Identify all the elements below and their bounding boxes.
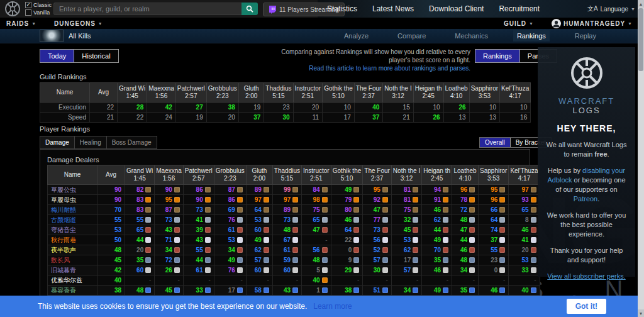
player-name-link[interactable]: 古颜烟逝: [51, 216, 76, 223]
today-button[interactable]: Today: [40, 50, 74, 62]
hunter-spec-icon: [469, 257, 475, 263]
player-parse-value: 35: [452, 286, 479, 296]
raids-menu[interactable]: RAIDS▼: [6, 20, 36, 27]
historical-button[interactable]: Historical: [74, 50, 118, 62]
player-name-link[interactable]: 梅川耐酷: [51, 206, 76, 213]
player-parse-value: 75: [391, 205, 421, 215]
tab-healing[interactable]: Healing: [74, 136, 106, 149]
vanilla-checkbox[interactable]: Vanilla: [25, 9, 52, 16]
guild-rankings-table: NameAvgGrand Wi1:45Maexxna1:56Patchwerl2…: [40, 82, 531, 123]
patreon-link[interactable]: Patreon: [574, 195, 598, 203]
search-input[interactable]: [53, 3, 242, 15]
player-parse-value: 73: [272, 215, 301, 225]
scroll-up-arrow[interactable]: ▲: [638, 0, 644, 8]
player-parse-value: 44: [452, 235, 479, 245]
player-parse-value: 86: [183, 185, 214, 195]
guild-avg-value: 22: [90, 103, 118, 113]
player-name-link[interactable]: 旧城暮青: [51, 267, 76, 274]
overall-button[interactable]: Overall: [480, 138, 511, 147]
column-header-boss: The Four2:37: [354, 83, 383, 103]
tab-boss-damage[interactable]: Boss Damage: [106, 136, 157, 149]
player-parse-value: 34: [214, 245, 246, 255]
player-name-link[interactable]: 秋行雨巷: [51, 236, 76, 243]
player-name-link[interactable]: 弯猪音尘: [51, 226, 76, 233]
warrior-spec-icon: [499, 187, 505, 192]
player-parse-value: 97: [509, 185, 540, 195]
player-avg-parse: 90: [97, 195, 125, 205]
column-header-boss: The Four2:37: [363, 165, 392, 185]
mage-spec-icon: [413, 287, 418, 293]
chevron-down-icon: ▼: [31, 21, 36, 26]
guild-rank-value: 10: [469, 103, 499, 113]
player-parse-value: 83: [125, 205, 155, 215]
subscriber-perks-link[interactable]: View all subscriber perks.: [547, 272, 626, 280]
tab-damage[interactable]: Damage: [40, 136, 74, 149]
classic-checkbox[interactable]: ✓ Classic: [25, 1, 52, 9]
page-scrollbar[interactable]: ▲ ▼: [638, 0, 644, 317]
player-parse-value: 55: [125, 215, 155, 225]
dungeons-menu[interactable]: DUNGEONS▼: [54, 20, 103, 27]
player-parse-value: 79: [331, 195, 363, 205]
player-parse-value: 47: [302, 225, 331, 235]
player-parse-value: 86: [214, 195, 246, 205]
player-parse-value: 0: [479, 265, 509, 275]
got-it-button[interactable]: Got it!: [567, 299, 606, 314]
mage-spec-icon: [322, 287, 328, 293]
player-parse-value: 62: [246, 245, 272, 255]
guild-rank-value: 21: [383, 113, 413, 123]
language-menu[interactable]: 文A Language ▼: [587, 0, 635, 18]
tab-compare[interactable]: Compare: [394, 30, 430, 42]
player-parse-value: 81: [391, 185, 421, 195]
scroll-down-arrow[interactable]: ▼: [638, 309, 644, 317]
guild-rank-value: 16: [500, 113, 531, 123]
tab-analyze[interactable]: Analyze: [340, 30, 372, 42]
learn-more-link[interactable]: Learn more: [313, 302, 352, 311]
player-parse-value: 40: [302, 275, 331, 286]
fury-warrior-spec-icon: [264, 197, 269, 203]
guild-rank-value: 40: [354, 103, 383, 113]
player-parse-value: 46: [509, 225, 540, 235]
player-parse-value: 56: [302, 245, 331, 255]
language-icon: 文A: [587, 4, 598, 13]
warcraftlogs-logo-icon[interactable]: [4, 1, 21, 19]
player-name-link[interactable]: 数长风: [51, 257, 70, 264]
mage-spec-icon: [145, 287, 151, 293]
tab-replay[interactable]: Replay: [571, 30, 600, 42]
search-button[interactable]: [242, 3, 258, 15]
nav-statistics[interactable]: Statistics: [327, 4, 357, 13]
guild-menu[interactable]: GUILD▼: [504, 20, 534, 27]
nav-download-client[interactable]: Download Client: [429, 4, 484, 13]
report-title: All Kills: [69, 32, 91, 40]
player-avg-parse: 70: [97, 205, 125, 215]
scrollbar-thumb[interactable]: [638, 8, 643, 71]
player-parse-value: 65: [509, 205, 540, 215]
druid-spec-icon: [292, 237, 298, 243]
column-header-boss: Loatheb4:10: [443, 83, 469, 103]
tab-mechanics[interactable]: Mechanics: [451, 30, 492, 42]
player-name-link[interactable]: 草履母虫: [51, 196, 76, 203]
player-parse-value: 60: [246, 225, 272, 235]
player-name-link[interactable]: 草履公虫: [51, 186, 76, 193]
player-parse-value: 23: [479, 255, 509, 265]
nav-latest-news[interactable]: Latest News: [372, 4, 414, 13]
tab-rankings[interactable]: Rankings: [513, 30, 550, 42]
player-parse-value: 32: [391, 215, 421, 225]
column-header-boss: Patchwerl2:57: [175, 83, 206, 103]
rankings-button[interactable]: Rankings: [475, 50, 520, 62]
player-parse-value: -: [452, 275, 479, 286]
guild-rank-value: 13: [443, 113, 469, 123]
chevron-down-icon: ▼: [631, 7, 635, 11]
hunter-spec-icon: [382, 257, 388, 263]
player-parse-value: 99: [272, 185, 301, 195]
druid-spec-icon: [264, 237, 269, 243]
user-menu[interactable]: HUMANTRAGEDY▼: [552, 19, 633, 28]
rankings-note: Comparing against Rankings will show how…: [263, 48, 470, 72]
player-name-link[interactable]: 慕容香香: [51, 287, 76, 294]
player-name-link[interactable]: 夜半歌声: [51, 247, 76, 253]
avatar: [552, 19, 561, 28]
player-parse-value: 34: [391, 286, 421, 296]
guild-rank-value: 19: [238, 103, 264, 113]
read-article-link[interactable]: Read this article to learn more about ra…: [309, 65, 470, 72]
player-name-link[interactable]: 优雅华尔兹: [51, 277, 82, 284]
nav-recruitment[interactable]: Recruitment: [499, 4, 540, 13]
